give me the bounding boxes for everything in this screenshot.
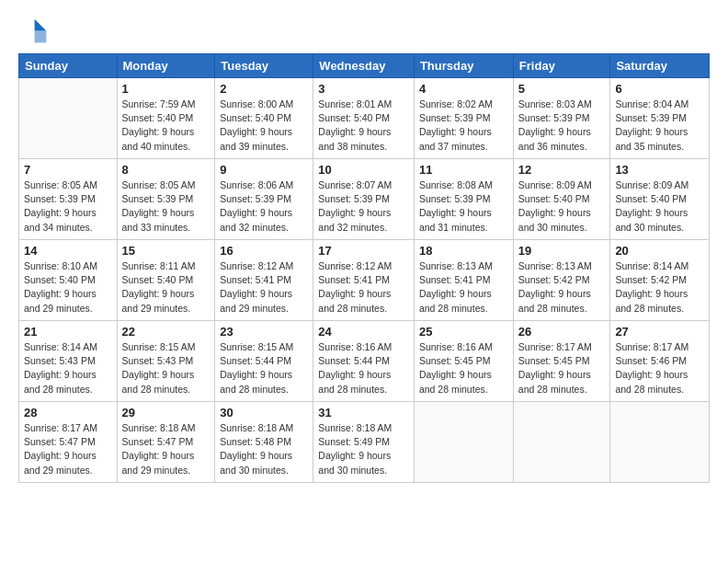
calendar-cell: [19, 78, 118, 159]
day-number: 6: [615, 82, 704, 96]
day-number: 27: [615, 325, 704, 339]
day-number: 10: [318, 163, 409, 177]
day-number: 16: [220, 244, 308, 258]
week-row-1: 1Sunrise: 7:59 AMSunset: 5:40 PMDaylight…: [19, 78, 710, 159]
header: [18, 15, 710, 44]
calendar-cell: 19Sunrise: 8:13 AMSunset: 5:42 PMDayligh…: [513, 240, 610, 321]
calendar-cell: 8Sunrise: 8:05 AMSunset: 5:39 PMDaylight…: [117, 159, 215, 240]
calendar-cell: 22Sunrise: 8:15 AMSunset: 5:43 PMDayligh…: [117, 321, 215, 402]
day-info: Sunrise: 8:12 AMSunset: 5:41 PMDaylight:…: [220, 259, 308, 316]
calendar-cell: 27Sunrise: 8:17 AMSunset: 5:46 PMDayligh…: [610, 321, 710, 402]
calendar-cell: 6Sunrise: 8:04 AMSunset: 5:39 PMDaylight…: [610, 78, 710, 159]
calendar-cell: 31Sunrise: 8:18 AMSunset: 5:49 PMDayligh…: [313, 402, 415, 483]
day-info: Sunrise: 8:02 AMSunset: 5:39 PMDaylight:…: [419, 98, 508, 154]
calendar-cell: 23Sunrise: 8:15 AMSunset: 5:44 PMDayligh…: [215, 321, 313, 402]
day-info: Sunrise: 8:18 AMSunset: 5:47 PMDaylight:…: [122, 421, 210, 477]
day-info: Sunrise: 8:14 AMSunset: 5:42 PMDaylight:…: [615, 259, 704, 316]
day-info: Sunrise: 8:05 AMSunset: 5:39 PMDaylight:…: [24, 178, 112, 235]
calendar-cell: 17Sunrise: 8:12 AMSunset: 5:41 PMDayligh…: [313, 240, 415, 321]
day-number: 15: [122, 244, 210, 258]
week-row-4: 21Sunrise: 8:14 AMSunset: 5:43 PMDayligh…: [19, 321, 710, 402]
calendar-cell: 24Sunrise: 8:16 AMSunset: 5:44 PMDayligh…: [313, 321, 415, 402]
calendar-cell: 5Sunrise: 8:03 AMSunset: 5:39 PMDaylight…: [513, 78, 610, 159]
day-number: 14: [24, 244, 112, 258]
calendar-cell: [414, 402, 513, 483]
day-number: 23: [220, 325, 308, 339]
day-info: Sunrise: 7:59 AMSunset: 5:40 PMDaylight:…: [122, 98, 210, 154]
col-header-wednesday: Wednesday: [313, 54, 415, 78]
day-info: Sunrise: 8:18 AMSunset: 5:49 PMDaylight:…: [318, 421, 409, 477]
logo: [18, 15, 51, 44]
week-row-5: 28Sunrise: 8:17 AMSunset: 5:47 PMDayligh…: [19, 402, 710, 483]
calendar-cell: 3Sunrise: 8:01 AMSunset: 5:40 PMDaylight…: [313, 78, 415, 159]
day-number: 13: [615, 163, 704, 177]
day-info: Sunrise: 8:08 AMSunset: 5:39 PMDaylight:…: [419, 178, 508, 235]
day-number: 9: [220, 163, 308, 177]
calendar-cell: 12Sunrise: 8:09 AMSunset: 5:40 PMDayligh…: [513, 159, 610, 240]
day-number: 5: [518, 82, 606, 96]
day-info: Sunrise: 8:16 AMSunset: 5:44 PMDaylight:…: [318, 340, 409, 396]
day-info: Sunrise: 8:18 AMSunset: 5:48 PMDaylight:…: [220, 421, 308, 477]
day-info: Sunrise: 8:06 AMSunset: 5:39 PMDaylight:…: [220, 178, 308, 235]
day-info: Sunrise: 8:00 AMSunset: 5:40 PMDaylight:…: [220, 98, 308, 154]
day-info: Sunrise: 8:05 AMSunset: 5:39 PMDaylight:…: [122, 178, 210, 235]
day-number: 11: [419, 163, 508, 177]
day-number: 18: [419, 244, 508, 258]
day-info: Sunrise: 8:10 AMSunset: 5:40 PMDaylight:…: [24, 259, 112, 316]
calendar-cell: 13Sunrise: 8:09 AMSunset: 5:40 PMDayligh…: [610, 159, 710, 240]
day-info: Sunrise: 8:04 AMSunset: 5:39 PMDaylight:…: [615, 98, 704, 154]
day-number: 20: [615, 244, 704, 258]
day-info: Sunrise: 8:15 AMSunset: 5:44 PMDaylight:…: [220, 340, 308, 396]
calendar-table: SundayMondayTuesdayWednesdayThursdayFrid…: [18, 53, 710, 483]
calendar-cell: 15Sunrise: 8:11 AMSunset: 5:40 PMDayligh…: [117, 240, 215, 321]
svg-marker-1: [35, 31, 47, 43]
calendar-cell: 29Sunrise: 8:18 AMSunset: 5:47 PMDayligh…: [117, 402, 215, 483]
day-number: 21: [24, 325, 112, 339]
calendar-cell: 14Sunrise: 8:10 AMSunset: 5:40 PMDayligh…: [19, 240, 118, 321]
col-header-friday: Friday: [513, 54, 610, 78]
day-number: 25: [419, 325, 508, 339]
calendar-cell: [610, 402, 710, 483]
day-number: 22: [122, 325, 210, 339]
day-info: Sunrise: 8:17 AMSunset: 5:46 PMDaylight:…: [615, 340, 704, 396]
col-header-tuesday: Tuesday: [215, 54, 313, 78]
day-number: 8: [122, 163, 210, 177]
calendar-cell: 28Sunrise: 8:17 AMSunset: 5:47 PMDayligh…: [19, 402, 118, 483]
svg-marker-0: [35, 19, 47, 31]
day-info: Sunrise: 8:17 AMSunset: 5:45 PMDaylight:…: [518, 340, 606, 396]
day-number: 1: [122, 82, 210, 96]
calendar-header-row: SundayMondayTuesdayWednesdayThursdayFrid…: [19, 54, 710, 78]
day-info: Sunrise: 8:12 AMSunset: 5:41 PMDaylight:…: [318, 259, 409, 316]
col-header-thursday: Thursday: [414, 54, 513, 78]
col-header-monday: Monday: [117, 54, 215, 78]
calendar-cell: 25Sunrise: 8:16 AMSunset: 5:45 PMDayligh…: [414, 321, 513, 402]
calendar-cell: 30Sunrise: 8:18 AMSunset: 5:48 PMDayligh…: [215, 402, 313, 483]
calendar-cell: 9Sunrise: 8:06 AMSunset: 5:39 PMDaylight…: [215, 159, 313, 240]
day-info: Sunrise: 8:03 AMSunset: 5:39 PMDaylight:…: [518, 98, 606, 154]
day-number: 3: [318, 82, 409, 96]
week-row-3: 14Sunrise: 8:10 AMSunset: 5:40 PMDayligh…: [19, 240, 710, 321]
day-number: 31: [318, 406, 409, 419]
calendar-cell: 18Sunrise: 8:13 AMSunset: 5:41 PMDayligh…: [414, 240, 513, 321]
calendar-cell: 11Sunrise: 8:08 AMSunset: 5:39 PMDayligh…: [414, 159, 513, 240]
col-header-sunday: Sunday: [19, 54, 118, 78]
calendar-cell: 26Sunrise: 8:17 AMSunset: 5:45 PMDayligh…: [513, 321, 610, 402]
day-info: Sunrise: 8:11 AMSunset: 5:40 PMDaylight:…: [122, 259, 210, 316]
day-info: Sunrise: 8:15 AMSunset: 5:43 PMDaylight:…: [122, 340, 210, 396]
day-info: Sunrise: 8:01 AMSunset: 5:40 PMDaylight:…: [318, 98, 409, 154]
calendar-cell: 20Sunrise: 8:14 AMSunset: 5:42 PMDayligh…: [610, 240, 710, 321]
day-number: 19: [518, 244, 606, 258]
day-info: Sunrise: 8:13 AMSunset: 5:41 PMDaylight:…: [419, 259, 508, 316]
week-row-2: 7Sunrise: 8:05 AMSunset: 5:39 PMDaylight…: [19, 159, 710, 240]
day-number: 26: [518, 325, 606, 339]
calendar-cell: 4Sunrise: 8:02 AMSunset: 5:39 PMDaylight…: [414, 78, 513, 159]
day-number: 29: [122, 406, 210, 419]
calendar-cell: 7Sunrise: 8:05 AMSunset: 5:39 PMDaylight…: [19, 159, 118, 240]
calendar-cell: 16Sunrise: 8:12 AMSunset: 5:41 PMDayligh…: [215, 240, 313, 321]
col-header-saturday: Saturday: [610, 54, 710, 78]
day-info: Sunrise: 8:16 AMSunset: 5:45 PMDaylight:…: [419, 340, 508, 396]
calendar-cell: 10Sunrise: 8:07 AMSunset: 5:39 PMDayligh…: [313, 159, 415, 240]
page-container: SundayMondayTuesdayWednesdayThursdayFrid…: [0, 0, 728, 492]
calendar-cell: [513, 402, 610, 483]
day-number: 12: [518, 163, 606, 177]
